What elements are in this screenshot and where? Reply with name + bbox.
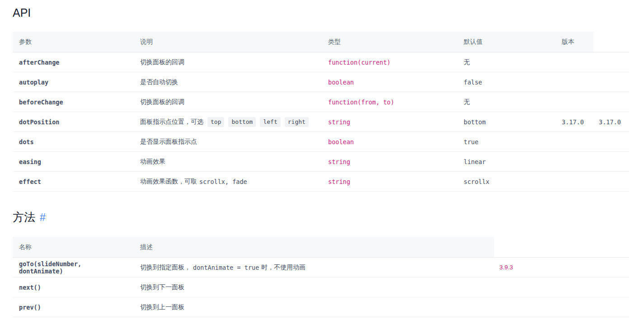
table-row: prev() 切换到上一面板 — [13, 297, 629, 317]
description-text: 切换面板的回调 — [140, 58, 184, 66]
method-description-cell: 切换到下一面板 — [134, 277, 494, 297]
description-cell: 切换面板的回调 — [134, 52, 322, 72]
description-cell: 是否自动切换 — [134, 72, 322, 92]
version-cell — [555, 92, 593, 112]
table-row: effect 动画效果函数，可取scrollx, fade string scr… — [13, 172, 629, 192]
version-extra-cell: 3.17.0 — [593, 112, 629, 132]
api-table-header-row: 参数说明类型默认值版本 — [13, 32, 629, 52]
param-cell: autoplay — [13, 72, 134, 92]
type-cell: boolean — [322, 132, 457, 151]
api-table-body: afterChange 切换面板的回调 function(current) 无 … — [13, 52, 629, 192]
column-header: 类型 — [322, 32, 457, 52]
table-row: afterChange 切换面板的回调 function(current) 无 — [13, 52, 629, 72]
type-cell: string — [322, 112, 457, 132]
column-header: 默认值 — [457, 32, 555, 52]
table-row: dotPosition 面板指示点位置，可选topbottomleftright… — [13, 112, 629, 132]
api-table: 参数说明类型默认值版本 afterChange 切换面板的回调 function… — [13, 32, 629, 192]
method-version-cell — [494, 277, 629, 297]
method-version-cell — [494, 297, 629, 317]
version-cell: 3.17.0 — [555, 112, 593, 132]
code-tag: top — [207, 117, 224, 127]
column-header: 说明 — [134, 32, 322, 52]
description-text: 是否自动切换 — [140, 78, 178, 86]
description-cell: 面板指示点位置，可选topbottomleftright — [134, 112, 322, 132]
param-cell: easing — [13, 152, 134, 171]
version-extra-cell — [593, 92, 629, 112]
type-cell: string — [322, 152, 457, 171]
type-cell: function(from, to) — [322, 92, 457, 112]
description-text: 时，不使用动画 — [261, 263, 306, 272]
version-extra-cell — [593, 172, 629, 191]
description-text: 面板指示点位置，可选 — [140, 118, 203, 126]
column-header: 参数 — [13, 32, 134, 52]
default-cell: bottom — [457, 112, 555, 132]
method-name-cell: prev() — [13, 297, 134, 317]
description-text: 切换到指定面板， — [140, 263, 191, 272]
version-cell — [555, 132, 593, 151]
default-cell: linear — [457, 152, 555, 171]
version-extra-cell — [593, 52, 629, 72]
methods-table-body: goTo(slideNumber, dontAnimate) 切换到指定面板，d… — [13, 258, 629, 317]
methods-table-header-row: 名称描述 — [13, 237, 629, 258]
inline-code: dontAnimate = true — [193, 264, 259, 271]
description-text: 是否显示面板指示点 — [140, 138, 197, 146]
method-description-cell: 切换到上一面板 — [134, 297, 494, 317]
default-cell: 无 — [457, 52, 555, 72]
method-version-cell: 3.9.3 — [494, 258, 629, 277]
type-cell: string — [322, 172, 457, 191]
table-row: beforeChange 切换面板的回调 function(from, to) … — [13, 92, 629, 112]
description-text: 切换面板的回调 — [140, 98, 184, 106]
column-header — [494, 237, 629, 257]
table-row: next() 切换到下一面板 — [13, 277, 629, 297]
param-cell: afterChange — [13, 52, 134, 72]
version-cell — [555, 52, 593, 72]
type-cell: function(current) — [322, 52, 457, 72]
table-row: dots 是否显示面板指示点 boolean true — [13, 132, 629, 152]
description-cell: 动画效果函数，可取scrollx, fade — [134, 172, 322, 191]
method-name-cell: next() — [13, 277, 134, 297]
default-cell: 无 — [457, 92, 555, 112]
description-text: 切换到下一面板 — [140, 283, 184, 291]
description-cell: 是否显示面板指示点 — [134, 132, 322, 151]
column-header: 版本 — [555, 32, 593, 52]
version-extra-cell — [593, 152, 629, 171]
column-header — [593, 32, 629, 52]
methods-heading-text: 方法 — [13, 211, 35, 223]
column-header: 描述 — [134, 237, 494, 257]
doc-page: API 参数说明类型默认值版本 afterChange 切换面板的回调 func… — [0, 0, 644, 317]
table-row: autoplay 是否自动切换 boolean false — [13, 72, 629, 92]
code-tag: bottom — [228, 117, 256, 127]
code-tag: left — [260, 117, 280, 127]
default-cell: scrollx — [457, 172, 555, 191]
description-cell: 切换面板的回调 — [134, 92, 322, 112]
version-cell — [555, 72, 593, 92]
description-cell: 动画效果 — [134, 152, 322, 171]
methods-table: 名称描述 goTo(slideNumber, dontAnimate) 切换到指… — [13, 237, 629, 317]
default-cell: true — [457, 132, 555, 151]
description-text: 动画效果函数，可取 — [140, 178, 197, 186]
description-text: 切换到上一面板 — [140, 303, 184, 311]
description-text: 动画效果 — [140, 158, 165, 166]
api-heading: API — [13, 5, 644, 20]
default-cell: false — [457, 72, 555, 92]
param-cell: effect — [13, 172, 134, 191]
method-name-cell: goTo(slideNumber, dontAnimate) — [13, 258, 134, 277]
inline-code: scrollx, fade — [199, 178, 247, 185]
type-cell: boolean — [322, 72, 457, 92]
table-row: easing 动画效果 string linear — [13, 152, 629, 172]
version-extra-cell — [593, 72, 629, 92]
param-cell: beforeChange — [13, 92, 134, 112]
version-extra-cell — [593, 132, 629, 151]
anchor-link[interactable]: # — [40, 212, 46, 223]
method-description-cell: 切换到指定面板，dontAnimate = true时，不使用动画 — [134, 258, 494, 277]
param-cell: dotPosition — [13, 112, 134, 132]
version-cell — [555, 152, 593, 171]
param-cell: dots — [13, 132, 134, 151]
methods-heading: 方法# — [13, 210, 644, 225]
code-tag: right — [285, 117, 309, 127]
column-header: 名称 — [13, 237, 134, 257]
table-row: goTo(slideNumber, dontAnimate) 切换到指定面板，d… — [13, 258, 629, 277]
version-cell — [555, 172, 593, 191]
